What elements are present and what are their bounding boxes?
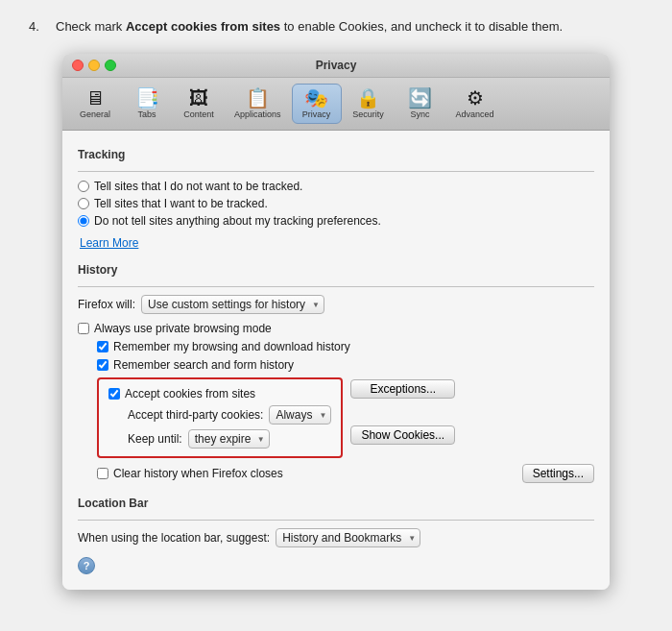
security-label: Security xyxy=(352,109,384,119)
toolbar: 🖥 General 📑 Tabs 🖼 Content 📋 Application… xyxy=(62,78,610,131)
instruction-number: 4. xyxy=(29,17,48,36)
third-party-select[interactable]: Always xyxy=(269,405,331,425)
accept-cookies-checkbox[interactable]: Accept cookies from sites xyxy=(108,387,255,400)
tabs-label: Tabs xyxy=(137,109,156,119)
settings-button[interactable]: Settings... xyxy=(522,464,594,483)
privacy-label: Privacy xyxy=(302,109,331,119)
content-label: Content xyxy=(183,109,214,119)
firefox-will-row: Firefox will: Use custom settings for hi… xyxy=(78,295,594,314)
show-cookies-button[interactable]: Show Cookies... xyxy=(350,425,455,445)
content-icon: 🖼 xyxy=(189,88,208,108)
toolbar-advanced[interactable]: ⚙ Advanced xyxy=(447,84,503,124)
toolbar-privacy[interactable]: 🎭 Privacy xyxy=(292,84,342,124)
clear-history-area: Clear history when Firefox closes Settin… xyxy=(78,464,594,483)
close-button[interactable] xyxy=(72,60,84,71)
clear-history-checkbox[interactable]: Clear history when Firefox closes xyxy=(97,467,283,480)
accept-cookies-input[interactable] xyxy=(108,388,120,400)
browsing-history-input[interactable] xyxy=(97,341,108,352)
instruction-rest: to enable Cookies, and uncheck it to dis… xyxy=(284,19,564,34)
location-bar-row: When using the location bar, suggest: Hi… xyxy=(78,528,594,547)
instruction-bold: Accept cookies from sites xyxy=(126,19,280,34)
settings-content: Tracking Tell sites that I do not want t… xyxy=(62,131,610,590)
titlebar: Privacy xyxy=(62,54,610,78)
search-history-checkbox[interactable]: Remember search and form history xyxy=(97,358,594,372)
tracking-radio-3[interactable]: Do not tell sites anything about my trac… xyxy=(78,214,594,228)
toolbar-sync[interactable]: 🔄 Sync xyxy=(396,84,445,124)
toolbar-tabs[interactable]: 📑 Tabs xyxy=(122,84,172,124)
search-history-label: Remember search and form history xyxy=(113,358,294,372)
general-icon: 🖥 xyxy=(85,88,105,108)
tracking-section-title: Tracking xyxy=(78,148,594,161)
sync-label: Sync xyxy=(411,109,430,119)
applications-icon: 📋 xyxy=(246,88,270,108)
toolbar-general[interactable]: 🖥 General xyxy=(70,84,120,124)
tracking-radio-2[interactable]: Tell sites that I want to be tracked. xyxy=(78,197,594,210)
private-browsing-checkbox[interactable]: Always use private browsing mode xyxy=(78,322,594,335)
minimize-button[interactable] xyxy=(88,60,100,71)
tracking-radio-1[interactable]: Tell sites that I do not want to be trac… xyxy=(78,180,594,193)
traffic-lights xyxy=(72,60,116,71)
applications-label: Applications xyxy=(234,109,281,119)
private-browsing-input[interactable] xyxy=(78,323,89,334)
third-party-select-wrapper[interactable]: Always xyxy=(269,405,331,425)
privacy-icon: 🎭 xyxy=(304,88,328,108)
learn-more-link[interactable]: Learn More xyxy=(80,236,138,250)
window-title: Privacy xyxy=(316,59,357,72)
accept-cookies-row: Accept cookies from sites xyxy=(108,387,331,400)
firefox-will-label: Firefox will: xyxy=(78,298,135,311)
tracking-radio-label-3: Do not tell sites anything about my trac… xyxy=(94,214,381,228)
tracking-divider xyxy=(78,171,594,172)
security-icon: 🔒 xyxy=(356,88,380,108)
third-party-label: Accept third-party cookies: xyxy=(128,408,263,422)
tracking-radio-label-2: Tell sites that I want to be tracked. xyxy=(94,197,268,210)
instruction-block: 4. Check mark Accept cookies from sites … xyxy=(29,17,643,36)
firefox-will-select[interactable]: Use custom settings for history xyxy=(141,295,324,314)
keep-until-label: Keep until: xyxy=(128,432,182,446)
browsing-history-checkbox[interactable]: Remember my browsing and download histor… xyxy=(97,340,594,353)
instruction-text: Check mark Accept cookies from sites to … xyxy=(56,17,563,36)
tracking-radio-group: Tell sites that I do not want to be trac… xyxy=(78,180,594,228)
keep-until-select[interactable]: they expire xyxy=(188,429,270,449)
cookies-box: Accept cookies from sites Accept third-p… xyxy=(97,377,343,458)
history-section-title: History xyxy=(78,263,594,277)
tracking-radio-input-2[interactable] xyxy=(78,198,89,209)
private-browsing-label: Always use private browsing mode xyxy=(94,322,272,335)
clear-history-input[interactable] xyxy=(97,468,108,479)
history-divider xyxy=(78,286,594,287)
location-bar-divider xyxy=(78,520,594,521)
location-suggest-label: When using the location bar, suggest: xyxy=(78,531,270,545)
accept-cookies-label: Accept cookies from sites xyxy=(125,387,255,400)
toolbar-security[interactable]: 🔒 Security xyxy=(344,84,394,124)
maximize-button[interactable] xyxy=(105,60,116,71)
tracking-radio-input-3[interactable] xyxy=(78,215,89,227)
advanced-label: Advanced xyxy=(456,109,494,119)
tabs-icon: 📑 xyxy=(135,88,159,108)
advanced-icon: ⚙ xyxy=(467,88,484,108)
browser-window: Privacy 🖥 General 📑 Tabs 🖼 Content 📋 App… xyxy=(62,54,610,590)
firefox-will-select-wrapper[interactable]: Use custom settings for history xyxy=(141,295,324,314)
clear-history-label: Clear history when Firefox closes xyxy=(113,467,283,480)
browsing-history-label: Remember my browsing and download histor… xyxy=(113,340,350,353)
third-party-cookies-row: Accept third-party cookies: Always xyxy=(108,405,331,425)
toolbar-applications[interactable]: 📋 Applications xyxy=(226,84,290,124)
location-suggest-select[interactable]: History and Bookmarks xyxy=(276,528,420,547)
accept-cookies-area: Accept cookies from sites Accept third-p… xyxy=(78,377,594,464)
location-bar-title: Location Bar xyxy=(78,497,594,510)
location-suggest-select-wrapper[interactable]: History and Bookmarks xyxy=(276,528,420,547)
keep-until-select-wrapper[interactable]: they expire xyxy=(188,429,270,449)
exceptions-button[interactable]: Exceptions... xyxy=(350,379,455,399)
sync-icon: 🔄 xyxy=(408,88,432,108)
general-label: General xyxy=(80,109,110,119)
tracking-radio-input-1[interactable] xyxy=(78,181,89,192)
cookies-buttons: Exceptions... Show Cookies... xyxy=(350,379,455,445)
tracking-radio-label-1: Tell sites that I do not want to be trac… xyxy=(94,180,302,193)
help-button[interactable]: ? xyxy=(78,557,95,574)
keep-until-row: Keep until: they expire xyxy=(108,429,331,449)
toolbar-content[interactable]: 🖼 Content xyxy=(174,84,224,124)
search-history-input[interactable] xyxy=(97,359,108,371)
history-checkboxes: Always use private browsing mode Remembe… xyxy=(78,322,594,372)
